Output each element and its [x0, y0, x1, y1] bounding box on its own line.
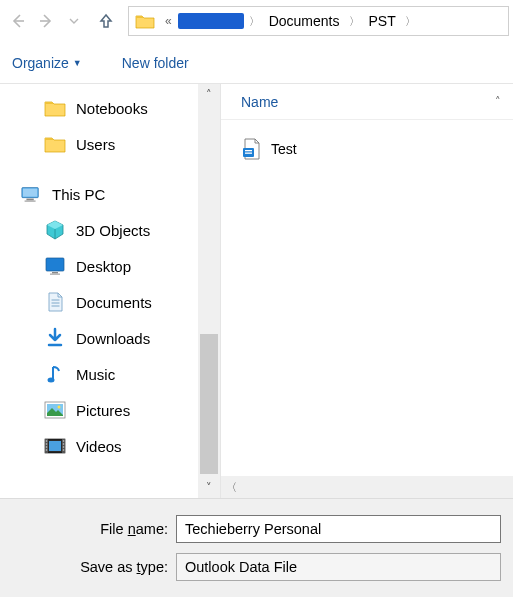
- history-dropdown[interactable]: [60, 7, 88, 35]
- tree-item-notebooks[interactable]: Notebooks: [0, 90, 220, 126]
- tree-label: Users: [76, 136, 115, 153]
- svg-rect-34: [245, 153, 252, 154]
- svg-rect-2: [136, 16, 143, 18]
- back-button[interactable]: [4, 7, 32, 35]
- list-item[interactable]: Test: [241, 134, 513, 164]
- svg-point-24: [46, 440, 48, 442]
- pictures-icon: [44, 399, 66, 421]
- videos-icon: [44, 435, 66, 457]
- chevron-right-icon[interactable]: 〉: [402, 14, 419, 29]
- save-form: File name: Techieberry Personal Save as …: [0, 498, 513, 597]
- folder-icon: [135, 13, 155, 29]
- tree-item-downloads[interactable]: Downloads: [0, 320, 220, 356]
- tree-label: 3D Objects: [76, 222, 150, 239]
- chevron-right-icon[interactable]: 〉: [346, 14, 363, 29]
- tree-label: Videos: [76, 438, 122, 455]
- svg-point-19: [58, 406, 61, 409]
- tree-label: This PC: [52, 186, 105, 203]
- svg-rect-8: [25, 200, 36, 201]
- svg-rect-7: [26, 199, 33, 201]
- tree-item-desktop[interactable]: Desktop: [0, 248, 220, 284]
- documents-icon: [44, 291, 66, 313]
- toolbar: Organize ▼ New folder: [0, 42, 513, 84]
- tree-label: Desktop: [76, 258, 131, 275]
- scroll-thumb[interactable]: [200, 334, 218, 474]
- tree-label: Notebooks: [76, 100, 148, 117]
- pc-icon: [20, 183, 42, 205]
- tree-label: Documents: [76, 294, 152, 311]
- organize-menu[interactable]: Organize ▼: [12, 55, 82, 71]
- breadcrumb-pst[interactable]: PST: [363, 13, 402, 29]
- breadcrumb-documents[interactable]: Documents: [263, 13, 346, 29]
- save-type-combo[interactable]: Outlook Data File: [176, 553, 501, 581]
- svg-rect-4: [45, 138, 53, 140]
- tree-item-documents[interactable]: Documents: [0, 284, 220, 320]
- tree-item-this-pc[interactable]: This PC: [0, 176, 220, 212]
- scroll-up-icon[interactable]: ˄: [206, 88, 212, 101]
- svg-point-25: [46, 443, 48, 445]
- pst-file-icon: [241, 138, 261, 160]
- svg-point-28: [63, 440, 65, 442]
- forward-button[interactable]: [32, 7, 60, 35]
- horizontal-scrollbar[interactable]: 〈: [221, 476, 513, 498]
- svg-point-29: [63, 443, 65, 445]
- tree-label: Music: [76, 366, 115, 383]
- up-button[interactable]: [92, 7, 120, 35]
- svg-point-16: [48, 378, 55, 383]
- new-folder-button[interactable]: New folder: [122, 55, 189, 71]
- scroll-down-icon[interactable]: ˅: [206, 481, 212, 494]
- svg-rect-33: [245, 150, 252, 151]
- tree-item-videos[interactable]: Videos: [0, 428, 220, 464]
- scroll-left-icon[interactable]: 〈: [221, 480, 241, 495]
- svg-rect-11: [50, 274, 60, 275]
- column-header-row: Name ˄: [221, 84, 513, 120]
- downloads-icon: [44, 327, 66, 349]
- nav-bar: « 〉 Documents 〉 PST 〉: [0, 0, 513, 42]
- svg-point-30: [63, 446, 65, 448]
- file-name-input[interactable]: Techieberry Personal: [176, 515, 501, 543]
- new-folder-label: New folder: [122, 55, 189, 71]
- tree-scrollbar[interactable]: ˄ ˅: [198, 84, 220, 498]
- svg-rect-3: [45, 102, 53, 104]
- caret-down-icon: ▼: [73, 58, 82, 68]
- address-bar[interactable]: « 〉 Documents 〉 PST 〉: [128, 6, 509, 36]
- tree-item-pictures[interactable]: Pictures: [0, 392, 220, 428]
- folder-icon: [44, 133, 66, 155]
- music-icon: [44, 363, 66, 385]
- tree-item-music[interactable]: Music: [0, 356, 220, 392]
- svg-rect-10: [52, 272, 58, 274]
- tree-item-users[interactable]: Users: [0, 126, 220, 162]
- folder-icon: [44, 97, 66, 119]
- file-name-value: Techieberry Personal: [185, 521, 321, 537]
- svg-rect-23: [49, 441, 61, 451]
- svg-point-27: [46, 449, 48, 451]
- desktop-icon: [44, 255, 66, 277]
- tree-item-3d-objects[interactable]: 3D Objects: [0, 212, 220, 248]
- breadcrumb-overflow[interactable]: «: [161, 14, 176, 28]
- file-list: Test: [221, 120, 513, 164]
- save-type-label: Save as type:: [0, 559, 176, 575]
- nav-tree: Notebooks Users This PC 3D Objects: [0, 84, 220, 498]
- main-split: Notebooks Users This PC 3D Objects: [0, 84, 513, 498]
- file-name-label: File name:: [0, 521, 176, 537]
- file-list-pane: Name ˄ Test 〈: [221, 84, 513, 498]
- 3d-objects-icon: [44, 219, 66, 241]
- chevron-right-icon[interactable]: 〉: [246, 14, 263, 29]
- sort-indicator-icon[interactable]: ˄: [495, 95, 513, 108]
- organize-label: Organize: [12, 55, 69, 71]
- column-header-name[interactable]: Name: [241, 94, 278, 110]
- svg-rect-9: [46, 258, 64, 271]
- svg-point-26: [46, 446, 48, 448]
- tree-label: Downloads: [76, 330, 150, 347]
- list-item-label: Test: [271, 141, 297, 157]
- svg-point-31: [63, 449, 65, 451]
- tree-label: Pictures: [76, 402, 130, 419]
- breadcrumb-redacted: [178, 13, 244, 29]
- svg-rect-6: [23, 189, 38, 197]
- save-type-value: Outlook Data File: [185, 559, 297, 575]
